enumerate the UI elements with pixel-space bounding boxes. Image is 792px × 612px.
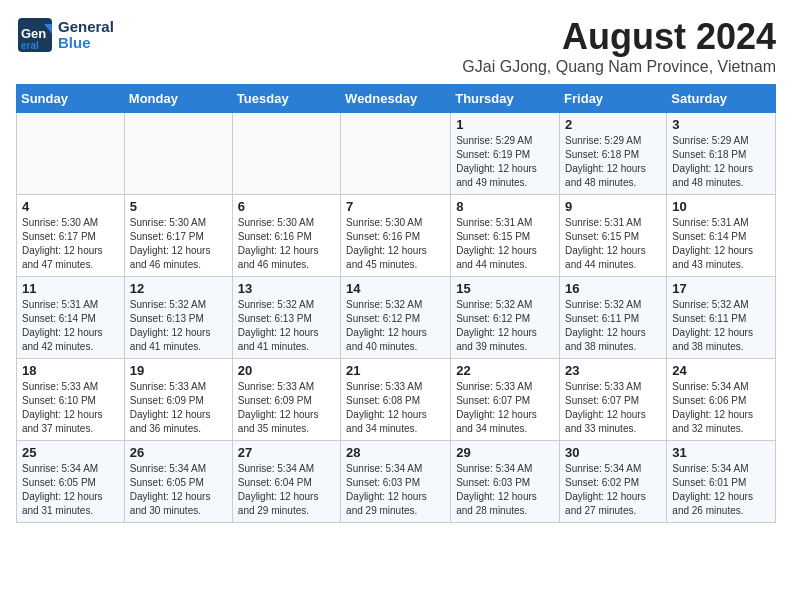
calendar-cell: 23Sunrise: 5:33 AM Sunset: 6:07 PM Dayli… [560,359,667,441]
day-info: Sunrise: 5:33 AM Sunset: 6:10 PM Dayligh… [22,380,119,436]
day-info: Sunrise: 5:31 AM Sunset: 6:14 PM Dayligh… [672,216,770,272]
day-info: Sunrise: 5:32 AM Sunset: 6:12 PM Dayligh… [456,298,554,354]
weekday-header-sunday: Sunday [17,85,125,113]
calendar-cell: 12Sunrise: 5:32 AM Sunset: 6:13 PM Dayli… [124,277,232,359]
calendar-cell: 28Sunrise: 5:34 AM Sunset: 6:03 PM Dayli… [341,441,451,523]
calendar-cell: 6Sunrise: 5:30 AM Sunset: 6:16 PM Daylig… [232,195,340,277]
day-number: 6 [238,199,335,214]
calendar-cell: 13Sunrise: 5:32 AM Sunset: 6:13 PM Dayli… [232,277,340,359]
day-info: Sunrise: 5:34 AM Sunset: 6:05 PM Dayligh… [22,462,119,518]
day-number: 9 [565,199,661,214]
calendar-cell: 10Sunrise: 5:31 AM Sunset: 6:14 PM Dayli… [667,195,776,277]
day-number: 3 [672,117,770,132]
calendar-cell: 21Sunrise: 5:33 AM Sunset: 6:08 PM Dayli… [341,359,451,441]
day-info: Sunrise: 5:30 AM Sunset: 6:17 PM Dayligh… [130,216,227,272]
day-info: Sunrise: 5:31 AM Sunset: 6:14 PM Dayligh… [22,298,119,354]
day-number: 1 [456,117,554,132]
calendar-cell: 14Sunrise: 5:32 AM Sunset: 6:12 PM Dayli… [341,277,451,359]
day-number: 30 [565,445,661,460]
day-info: Sunrise: 5:34 AM Sunset: 6:03 PM Dayligh… [346,462,445,518]
day-number: 17 [672,281,770,296]
calendar-cell: 20Sunrise: 5:33 AM Sunset: 6:09 PM Dayli… [232,359,340,441]
weekday-header-saturday: Saturday [667,85,776,113]
day-info: Sunrise: 5:33 AM Sunset: 6:08 PM Dayligh… [346,380,445,436]
day-info: Sunrise: 5:31 AM Sunset: 6:15 PM Dayligh… [456,216,554,272]
calendar-cell: 17Sunrise: 5:32 AM Sunset: 6:11 PM Dayli… [667,277,776,359]
calendar-cell: 26Sunrise: 5:34 AM Sunset: 6:05 PM Dayli… [124,441,232,523]
calendar-cell: 9Sunrise: 5:31 AM Sunset: 6:15 PM Daylig… [560,195,667,277]
day-number: 2 [565,117,661,132]
day-info: Sunrise: 5:32 AM Sunset: 6:12 PM Dayligh… [346,298,445,354]
day-number: 16 [565,281,661,296]
day-number: 29 [456,445,554,460]
logo-icon: Gen eral [16,16,54,54]
calendar-cell: 27Sunrise: 5:34 AM Sunset: 6:04 PM Dayli… [232,441,340,523]
calendar-cell: 22Sunrise: 5:33 AM Sunset: 6:07 PM Dayli… [451,359,560,441]
day-info: Sunrise: 5:33 AM Sunset: 6:07 PM Dayligh… [565,380,661,436]
calendar-cell [232,113,340,195]
calendar-title: August 2024 [462,16,776,58]
day-info: Sunrise: 5:32 AM Sunset: 6:13 PM Dayligh… [238,298,335,354]
weekday-header-friday: Friday [560,85,667,113]
day-number: 27 [238,445,335,460]
day-info: Sunrise: 5:33 AM Sunset: 6:09 PM Dayligh… [238,380,335,436]
calendar-cell [341,113,451,195]
calendar-cell: 3Sunrise: 5:29 AM Sunset: 6:18 PM Daylig… [667,113,776,195]
logo-text-line1: General [58,19,114,36]
calendar-cell: 29Sunrise: 5:34 AM Sunset: 6:03 PM Dayli… [451,441,560,523]
day-number: 31 [672,445,770,460]
day-info: Sunrise: 5:31 AM Sunset: 6:15 PM Dayligh… [565,216,661,272]
day-number: 10 [672,199,770,214]
day-number: 19 [130,363,227,378]
calendar-cell: 5Sunrise: 5:30 AM Sunset: 6:17 PM Daylig… [124,195,232,277]
weekday-header-wednesday: Wednesday [341,85,451,113]
day-number: 25 [22,445,119,460]
day-number: 8 [456,199,554,214]
day-info: Sunrise: 5:30 AM Sunset: 6:17 PM Dayligh… [22,216,119,272]
day-info: Sunrise: 5:34 AM Sunset: 6:04 PM Dayligh… [238,462,335,518]
day-number: 20 [238,363,335,378]
day-info: Sunrise: 5:33 AM Sunset: 6:09 PM Dayligh… [130,380,227,436]
day-number: 12 [130,281,227,296]
svg-text:Gen: Gen [21,26,46,41]
header: Gen eral General Blue August 2024 GJai G… [16,16,776,76]
day-info: Sunrise: 5:33 AM Sunset: 6:07 PM Dayligh… [456,380,554,436]
day-number: 22 [456,363,554,378]
day-number: 24 [672,363,770,378]
calendar-cell [124,113,232,195]
calendar-cell: 15Sunrise: 5:32 AM Sunset: 6:12 PM Dayli… [451,277,560,359]
day-info: Sunrise: 5:29 AM Sunset: 6:18 PM Dayligh… [672,134,770,190]
day-info: Sunrise: 5:30 AM Sunset: 6:16 PM Dayligh… [238,216,335,272]
calendar-cell: 16Sunrise: 5:32 AM Sunset: 6:11 PM Dayli… [560,277,667,359]
calendar-header: SundayMondayTuesdayWednesdayThursdayFrid… [17,85,776,113]
day-info: Sunrise: 5:34 AM Sunset: 6:05 PM Dayligh… [130,462,227,518]
day-number: 7 [346,199,445,214]
day-info: Sunrise: 5:32 AM Sunset: 6:11 PM Dayligh… [672,298,770,354]
calendar-cell: 7Sunrise: 5:30 AM Sunset: 6:16 PM Daylig… [341,195,451,277]
day-info: Sunrise: 5:32 AM Sunset: 6:13 PM Dayligh… [130,298,227,354]
day-number: 18 [22,363,119,378]
calendar-table: SundayMondayTuesdayWednesdayThursdayFrid… [16,84,776,523]
day-info: Sunrise: 5:29 AM Sunset: 6:19 PM Dayligh… [456,134,554,190]
day-info: Sunrise: 5:29 AM Sunset: 6:18 PM Dayligh… [565,134,661,190]
weekday-header-thursday: Thursday [451,85,560,113]
calendar-subtitle: GJai GJong, Quang Nam Province, Vietnam [462,58,776,76]
day-number: 13 [238,281,335,296]
day-number: 26 [130,445,227,460]
logo-text-line2: Blue [58,35,114,52]
calendar-cell: 25Sunrise: 5:34 AM Sunset: 6:05 PM Dayli… [17,441,125,523]
calendar-cell: 31Sunrise: 5:34 AM Sunset: 6:01 PM Dayli… [667,441,776,523]
day-number: 21 [346,363,445,378]
calendar-cell: 11Sunrise: 5:31 AM Sunset: 6:14 PM Dayli… [17,277,125,359]
day-number: 15 [456,281,554,296]
title-area: August 2024 GJai GJong, Quang Nam Provin… [462,16,776,76]
day-number: 14 [346,281,445,296]
day-info: Sunrise: 5:34 AM Sunset: 6:02 PM Dayligh… [565,462,661,518]
calendar-cell: 30Sunrise: 5:34 AM Sunset: 6:02 PM Dayli… [560,441,667,523]
calendar-cell: 8Sunrise: 5:31 AM Sunset: 6:15 PM Daylig… [451,195,560,277]
day-number: 5 [130,199,227,214]
weekday-header-tuesday: Tuesday [232,85,340,113]
calendar-cell: 1Sunrise: 5:29 AM Sunset: 6:19 PM Daylig… [451,113,560,195]
calendar-cell: 2Sunrise: 5:29 AM Sunset: 6:18 PM Daylig… [560,113,667,195]
calendar-cell: 24Sunrise: 5:34 AM Sunset: 6:06 PM Dayli… [667,359,776,441]
